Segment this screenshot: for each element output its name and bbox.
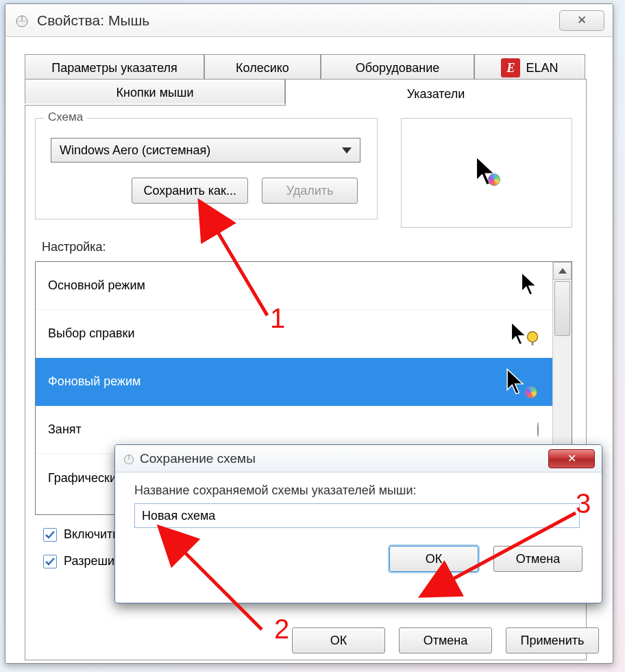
scheme-legend: Схема [44,110,87,124]
scheme-combo[interactable]: Windows Aero (системная) [51,138,360,163]
window-title: Свойства: Мышь [37,12,149,29]
save-as-button[interactable]: Сохранить как... [132,178,248,204]
checkbox-icon [43,528,57,542]
dialog-close-button[interactable]: ✕ [548,449,595,468]
mouse-icon [122,453,136,464]
cursor-arrow-icon [521,272,539,300]
chevron-down-icon [342,147,352,154]
cursor-wait-icon [537,422,539,437]
ok-button[interactable]: ОК [292,627,385,653]
list-item[interactable]: Выбор справки [36,310,552,358]
titlebar: Свойства: Мышь ✕ [5,4,613,37]
tab-pointers[interactable]: Указатели [285,79,587,106]
arrow-up-icon [559,268,567,274]
cursor-help-icon [511,322,539,346]
scroll-thumb[interactable] [554,281,570,336]
dialog-titlebar: Сохранение схемы ✕ [115,445,602,472]
list-item[interactable]: Фоновый режим [36,358,552,406]
cursor-preview [401,118,572,228]
preview-cursor-icon [474,156,499,191]
apply-button[interactable]: Применить [506,627,599,653]
customize-label: Настройка: [42,240,576,254]
tab-elan[interactable]: E ELAN [474,54,585,79]
close-icon: ✕ [577,13,587,27]
checkbox-icon [43,555,57,568]
svg-rect-2 [532,341,534,346]
save-scheme-dialog: Сохранение схемы ✕ Название сохраняемой … [114,444,602,603]
svg-point-1 [527,331,537,341]
scheme-group: Схема Windows Aero (системная) Сохранить… [35,118,378,219]
dialog-title: Сохранение схемы [140,451,256,466]
delete-button[interactable]: Удалить [262,178,358,204]
tab-buttons[interactable]: Кнопки мыши [25,79,285,104]
cancel-button[interactable]: Отмена [399,627,492,653]
dialog-cancel-button[interactable]: Отмена [493,546,583,572]
scheme-selected: Windows Aero (системная) [60,143,210,158]
mouse-icon [14,14,30,27]
cursor-busy-icon [506,368,539,396]
close-button[interactable]: ✕ [559,10,604,31]
dialog-prompt: Название сохраняемой схемы указателей мы… [134,483,583,498]
dialog-ok-button[interactable]: ОК [389,546,478,572]
scheme-name-input[interactable]: Новая схема [134,503,580,528]
list-item[interactable]: Основной режим [36,262,552,310]
tab-pointer-options[interactable]: Параметры указателя [25,54,204,79]
dialog-buttons: ОК Отмена Применить [292,627,599,653]
elan-icon: E [501,58,520,77]
tab-wheel[interactable]: Колесико [204,54,321,79]
scroll-up-button[interactable] [553,262,572,280]
tab-hardware[interactable]: Оборудование [321,54,474,79]
close-icon: ✕ [567,452,576,465]
